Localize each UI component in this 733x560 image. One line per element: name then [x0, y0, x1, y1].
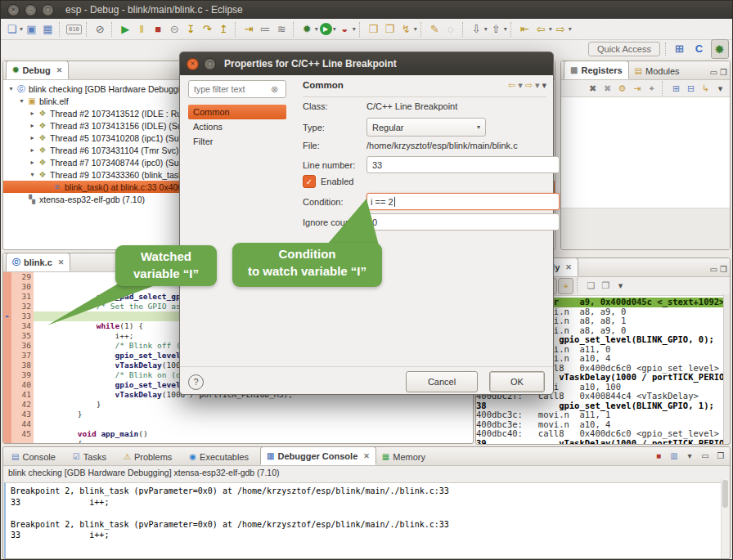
toolbar-button[interactable]	[59, 22, 63, 37]
maximize-button[interactable]: ❒	[714, 448, 727, 463]
show-type-names-button[interactable]: ⚙	[615, 81, 629, 96]
filter-input[interactable]	[192, 83, 271, 95]
cancel-button[interactable]: Cancel	[406, 371, 478, 392]
show-debug-contexts-button[interactable]: ≔	[258, 20, 274, 38]
toolbar-button[interactable]	[359, 22, 363, 37]
remove-all-button[interactable]: ✖	[600, 81, 614, 96]
window-close-button[interactable]: ✕	[7, 4, 20, 16]
back-dropdown[interactable]: ▾	[518, 80, 523, 91]
forward-button[interactable]: ⇨▾	[553, 20, 573, 38]
display-selected-console-button[interactable]: ▥	[668, 448, 681, 463]
quick-access-button[interactable]: Quick Access	[588, 42, 660, 56]
console-tab[interactable]: ▥ Debugger Console ✕	[260, 446, 376, 465]
skip-all-breakpoints-button[interactable]: ⊘	[92, 20, 109, 38]
minimize-button[interactable]: ▭	[710, 68, 717, 77]
dialog-close-button[interactable]: ✕	[187, 58, 199, 70]
toolbar-button[interactable]	[462, 22, 466, 37]
breakpoint-gutter[interactable]	[3, 282, 11, 292]
minimize-button[interactable]: ▭	[710, 265, 717, 274]
overview-ruler[interactable]	[723, 294, 730, 444]
breakpoint-gutter[interactable]	[3, 370, 11, 380]
collapse-all-button[interactable]: ⊟	[684, 81, 698, 96]
back-button[interactable]: ⇦▾	[533, 20, 553, 38]
instruction-stepping-button[interactable]: ⇥	[241, 20, 258, 38]
save-button[interactable]: ▣	[24, 20, 40, 38]
maximize-button[interactable]: ❒	[720, 68, 727, 77]
help-button[interactable]: ?	[188, 374, 204, 390]
breakpoint-gutter[interactable]	[3, 390, 11, 400]
breakpoint-gutter[interactable]	[3, 429, 11, 439]
external-tools-button[interactable]: ◒▾	[337, 20, 357, 38]
resume-button[interactable]: ▶	[118, 20, 134, 38]
debug-button[interactable]: ✹▾	[299, 20, 319, 38]
breakpoint-gutter[interactable]	[3, 272, 11, 282]
use-step-filters-button[interactable]: ≋	[274, 20, 290, 38]
run-button[interactable]: ▶▾	[319, 20, 337, 38]
window-minimize-button[interactable]: −	[25, 4, 37, 16]
annotation-button[interactable]: ◌	[443, 20, 460, 38]
step-over-button[interactable]: ↷	[200, 20, 216, 38]
view-menu-button[interactable]: ▾	[614, 278, 627, 293]
disassembly-toolbar-button[interactable]	[577, 278, 581, 293]
console-tab[interactable]: ▤ Console	[6, 448, 67, 465]
tab-blink-c[interactable]: ⓒ blink.c ✕	[6, 253, 70, 271]
breakpoint-gutter[interactable]	[3, 410, 11, 419]
console-tab[interactable]: ☑ Tasks	[67, 448, 118, 465]
breakpoint-gutter[interactable]	[3, 302, 11, 311]
add-register-group-button[interactable]: ⇥	[630, 81, 644, 96]
breakpoint-gutter[interactable]	[3, 400, 11, 410]
flash-button[interactable]: ↯▾	[398, 20, 418, 38]
section-item[interactable]: Filter	[188, 134, 286, 149]
binary-display-button[interactable]: 010	[65, 20, 83, 38]
registers-modules-tab[interactable]: ▦ Registers	[564, 60, 629, 79]
breakpoint-gutter[interactable]	[3, 292, 11, 302]
condition-input[interactable]: i == 2	[366, 193, 560, 210]
breakpoint-gutter[interactable]	[3, 361, 11, 370]
close-icon[interactable]: ✕	[565, 263, 572, 271]
view-menu-button[interactable]: ▾	[713, 81, 727, 96]
expander-icon[interactable]: ▸	[28, 134, 37, 141]
console-output[interactable]: Breakpoint 2, blink_task (pvParameter=0x…	[4, 482, 729, 559]
console-tab[interactable]: ⚠ Problems	[118, 448, 183, 465]
last-edit-location-button[interactable]: ⇤	[517, 20, 533, 38]
breakpoint-gutter[interactable]	[3, 419, 11, 429]
toolbar-button[interactable]	[86, 22, 90, 37]
ignore-count-input[interactable]	[371, 217, 555, 228]
registers-toolbar-button[interactable]	[662, 81, 666, 96]
expander-icon[interactable]: ▾	[17, 97, 26, 105]
breakpoint-gutter[interactable]: ►	[3, 311, 11, 321]
breakpoint-gutter[interactable]	[3, 341, 11, 351]
forward-icon[interactable]: ⇨	[525, 80, 533, 91]
breakpoint-gutter[interactable]	[3, 439, 11, 444]
view-menu-icon[interactable]: ▾	[542, 80, 546, 91]
remove-selected-button[interactable]: ✖	[586, 81, 600, 96]
expander-icon[interactable]: ▸	[28, 146, 37, 154]
registers-modules-tab[interactable]: ▤ Modules	[629, 62, 686, 79]
c-cpp-perspective-button[interactable]: C	[691, 39, 708, 57]
link-with-debug-button[interactable]: ↳	[699, 81, 713, 96]
suspend-button[interactable]: ‖	[134, 20, 151, 38]
breakpoint-gutter[interactable]	[3, 380, 11, 390]
expander-icon[interactable]: ▾	[28, 171, 37, 178]
breakpoint-gutter[interactable]	[3, 331, 11, 341]
console-tab[interactable]: ◉ Executables	[183, 448, 260, 465]
open-perspective-button[interactable]: ⊞	[672, 39, 688, 57]
breakpoint-gutter[interactable]	[3, 351, 11, 361]
console-scrollbar[interactable]	[721, 478, 729, 558]
breakpoint-gutter[interactable]	[3, 321, 11, 331]
close-icon[interactable]: ✕	[56, 66, 63, 74]
ok-button[interactable]: OK	[489, 371, 545, 392]
disconnect-button[interactable]: ⊝	[167, 20, 183, 38]
terminate-button[interactable]: ■	[151, 20, 167, 38]
type-select[interactable]: Regular ▾	[366, 118, 486, 137]
dialog-minimize-button[interactable]: ▢	[204, 58, 216, 70]
line-number-input[interactable]	[371, 159, 555, 171]
expander-icon[interactable]: ▸	[28, 110, 37, 117]
section-item[interactable]: Actions	[188, 119, 286, 134]
save-all-button[interactable]: ▦	[40, 20, 56, 38]
open-element-button[interactable]: ❒	[366, 20, 382, 38]
pointer-mode-button[interactable]: ⌖	[645, 81, 659, 96]
toolbar-button[interactable]	[235, 22, 239, 37]
back-icon[interactable]: ⇦	[508, 80, 515, 91]
clear-filter-icon[interactable]: ⊗	[271, 84, 278, 95]
